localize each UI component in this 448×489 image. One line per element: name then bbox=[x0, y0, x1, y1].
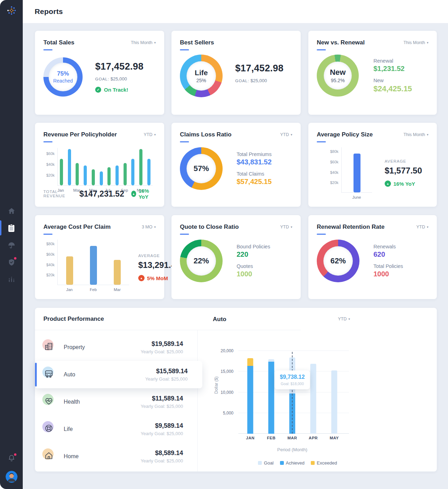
app-logo[interactable] bbox=[0, 6, 23, 15]
chevron-down-icon: ▾ bbox=[427, 41, 428, 44]
sidebar-item-home[interactable] bbox=[0, 202, 23, 219]
x-tick: FEB bbox=[261, 436, 282, 440]
yoy-delta: ▲16% YoY bbox=[131, 188, 156, 200]
new-label: New bbox=[373, 78, 412, 83]
home-icon bbox=[8, 207, 15, 215]
revenue-bars bbox=[57, 148, 153, 186]
list-item-auto[interactable]: Auto $15,589.14Yearly Goal: $25,000 bbox=[35, 361, 202, 388]
logo-dots-icon bbox=[7, 6, 16, 15]
donut-label: Life bbox=[195, 69, 208, 77]
title-underline bbox=[317, 49, 326, 50]
card-title: Claims Loss Ratio bbox=[180, 131, 292, 138]
x-axis-ticks: JANFEBMARAPRMAY bbox=[240, 436, 345, 441]
legend-swatch bbox=[280, 461, 284, 465]
quotes-label: Quotes bbox=[237, 263, 270, 269]
x-tick: Feb bbox=[81, 288, 105, 292]
total-revenue-label: TOTAL REVENUE bbox=[43, 190, 74, 198]
card-quote-to-close: Quote to Close Ratio YTD▾ 22% Bound Poli… bbox=[172, 215, 301, 299]
bar bbox=[268, 362, 274, 434]
reports-dashboard: Reports Total Sales This Month▾ 75% Reac… bbox=[0, 0, 448, 489]
card-title: Quote to Close Ratio bbox=[180, 224, 292, 231]
sidebar-item-analytics[interactable] bbox=[0, 271, 23, 288]
title-underline bbox=[43, 234, 52, 235]
avatar-image bbox=[6, 471, 18, 483]
chevron-down-icon: ▾ bbox=[154, 41, 156, 44]
sidebar-item-security[interactable] bbox=[0, 254, 23, 271]
list-item-property[interactable]: Property $19,589.14Yearly Goal: $25,000 bbox=[35, 334, 198, 361]
main-content: Total Sales This Month▾ 75% Reached $17,… bbox=[23, 23, 448, 489]
bar bbox=[247, 358, 253, 366]
bar bbox=[60, 159, 63, 185]
analytics-icon bbox=[8, 276, 15, 283]
period-selector[interactable]: This Month▾ bbox=[404, 40, 428, 45]
user-avatar[interactable] bbox=[6, 471, 18, 483]
card-title: Auto bbox=[213, 316, 226, 323]
list-item-life[interactable]: Life $9,589.14Yearly Goal: $25,000 bbox=[35, 416, 198, 443]
period-selector[interactable]: YTD▾ bbox=[280, 132, 292, 137]
status-text: On Track! bbox=[104, 87, 128, 93]
house-icon bbox=[44, 451, 54, 460]
total-sales-amount: $17,452.98 bbox=[95, 61, 144, 72]
notifications-button[interactable] bbox=[8, 454, 15, 463]
title-underline bbox=[43, 49, 52, 50]
premiums-value: $43,831.52 bbox=[237, 158, 272, 166]
bound-label: Bound Policies bbox=[237, 244, 270, 249]
product-name: Health bbox=[64, 399, 80, 405]
bar bbox=[68, 149, 71, 185]
arrow-up-icon: ▲ bbox=[131, 191, 136, 197]
goal-line: GOAL: $25,000 bbox=[235, 78, 284, 83]
period-selector[interactable]: YTD▾ bbox=[280, 225, 292, 229]
bar bbox=[114, 260, 121, 285]
renewals-label: Renewals bbox=[373, 244, 403, 249]
y-tick: 10,000 bbox=[220, 390, 233, 395]
product-goal: Yearly Goal: $25,000 bbox=[141, 458, 183, 463]
product-value: $9,589.14 bbox=[141, 422, 183, 430]
sidebar-item-reports[interactable] bbox=[0, 219, 23, 236]
product-value: $11,589.14 bbox=[141, 395, 183, 402]
y-tick: $40k bbox=[46, 263, 55, 267]
card-product-performance: Product Performance Auto YTD▾ Property $… bbox=[35, 308, 437, 472]
bar bbox=[84, 165, 87, 185]
bar bbox=[247, 366, 253, 434]
period-selector[interactable]: This Month▾ bbox=[404, 132, 428, 137]
period-selector[interactable]: This Month▾ bbox=[131, 40, 156, 45]
bar bbox=[66, 256, 73, 285]
revenue-footer: TOTAL REVENUE $147,231.52 ▲16% YoY bbox=[43, 188, 156, 200]
period-selector[interactable]: YTD▾ bbox=[144, 132, 156, 137]
auto-chart-header: Auto YTD▾ bbox=[198, 308, 437, 330]
donut-percent: 62% bbox=[330, 256, 346, 265]
policy-size-bars bbox=[341, 147, 372, 193]
quotes-value: 1000 bbox=[237, 270, 270, 278]
best-sellers-donut: Life 25% bbox=[180, 55, 223, 97]
premiums-label: Total Premiums bbox=[237, 151, 272, 157]
legend-achieved: Achieved bbox=[280, 460, 304, 466]
card-title: Revenue Per Policyholder bbox=[43, 131, 156, 138]
y-tick: $40k bbox=[330, 170, 338, 175]
list-item-health[interactable]: Health $11,589.14Yearly Goal: $25,000 bbox=[35, 388, 198, 416]
bar bbox=[90, 246, 97, 285]
y-tick: $20k bbox=[330, 180, 338, 185]
x-tick: June bbox=[352, 195, 361, 199]
period-selector[interactable]: YTD▾ bbox=[338, 317, 350, 321]
card-title: Best Sellers bbox=[180, 39, 292, 46]
legend-swatch bbox=[258, 461, 262, 465]
chart-legend: Goal Achieved Exceeded bbox=[240, 460, 355, 466]
sidebar-nav bbox=[0, 202, 23, 288]
list-item-home[interactable]: Home $8,589.14Yearly Goal: $25,000 bbox=[35, 443, 198, 470]
sidebar-item-policies[interactable] bbox=[0, 236, 23, 254]
period-selector[interactable]: 3 MO▾ bbox=[142, 225, 156, 229]
y-tick: $20k bbox=[46, 273, 55, 277]
yoy-delta: ▲16% YoY bbox=[385, 180, 422, 187]
total-sales-donut: 75% Reached bbox=[43, 57, 83, 97]
product-goal: Yearly Goal: $25,000 bbox=[141, 404, 183, 409]
chevron-down-icon: ▾ bbox=[290, 225, 292, 229]
auto-plot-area: $9,738.12 Goal: $18,000 bbox=[240, 342, 345, 434]
card-title: Average Cost Per Claim bbox=[43, 224, 156, 231]
chart-tooltip: $9,738.12 Goal: $18,000 bbox=[274, 370, 310, 389]
donut-label: New bbox=[330, 68, 345, 77]
period-selector[interactable]: YTD▾ bbox=[416, 225, 428, 229]
auto-bar-group-may bbox=[324, 342, 345, 434]
x-axis-title: Period (Month) bbox=[240, 447, 345, 452]
y-tick: $80k bbox=[46, 242, 55, 246]
total-policies-label: Total Policies bbox=[373, 263, 403, 269]
